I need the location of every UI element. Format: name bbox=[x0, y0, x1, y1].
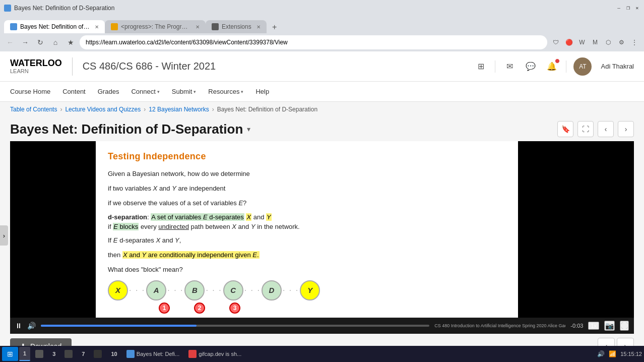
bookmark-button[interactable]: 🔖 bbox=[557, 121, 573, 137]
browser-chrome: Bayes Net: Definition of D-Separation ─ … bbox=[0, 0, 644, 51]
browser-ext-icon1[interactable]: W bbox=[576, 37, 588, 48]
nav-resources[interactable]: Resources ▾ bbox=[208, 88, 243, 95]
slide-paragraph-1: Given a Bayesian network, how do we dete… bbox=[108, 169, 506, 179]
logo-learn: LEARN bbox=[10, 68, 62, 74]
forward-button[interactable]: → bbox=[19, 36, 31, 48]
close-button[interactable]: ✕ bbox=[634, 5, 640, 11]
fullscreen-video-button[interactable]: ⛶ bbox=[620, 321, 629, 331]
video-progress-bar[interactable] bbox=[41, 325, 429, 327]
breadcrumb-item-3[interactable]: 12 Bayesian Networks bbox=[149, 106, 209, 113]
diagram-nodes-row: X · · · A · · · B · · · C · · · D · · · … bbox=[108, 280, 506, 300]
dot-1: · · · bbox=[129, 286, 145, 295]
address-input[interactable] bbox=[80, 35, 547, 49]
volume-button[interactable]: 🔊 bbox=[27, 322, 36, 330]
nav-connect[interactable]: Connect ▾ bbox=[131, 88, 159, 95]
slide-paragraph-2: if two variables X and Y are independent bbox=[108, 184, 506, 194]
taskbar-gifcap-label: gifcap.dev is sh... bbox=[199, 351, 241, 357]
tab-close-3[interactable]: ✕ bbox=[256, 24, 261, 30]
taskbar-item-7[interactable]: 7 bbox=[78, 347, 89, 361]
page-title-row: Bayes Net: Definition of D-Separation ▾ bbox=[10, 122, 250, 137]
screenshot-button[interactable]: 📷 bbox=[604, 321, 615, 331]
icon-separator-2 bbox=[566, 61, 566, 73]
taskbar-item-3[interactable]: 3 bbox=[48, 347, 59, 361]
nav-course-home[interactable]: Course Home bbox=[10, 88, 50, 95]
node-x: X bbox=[108, 280, 128, 300]
window-controls[interactable]: ─ ❐ ✕ bbox=[616, 5, 640, 11]
prev-slide-button[interactable]: ‹ bbox=[598, 121, 614, 137]
icon-separator bbox=[495, 61, 495, 73]
taskbar-item-4[interactable] bbox=[60, 347, 77, 361]
header-icons: ⊞ ✉ 💬 🔔 AT Adi Thakral bbox=[474, 57, 634, 76]
tab-active[interactable]: Bayes Net: Definition of D-... ✕ bbox=[4, 20, 105, 33]
right-video-panel bbox=[518, 141, 634, 318]
taskbar-browser-item[interactable]: Bayes Net: Defi... bbox=[122, 347, 184, 361]
site-nav: Course Home Content Grades Connect ▾ Sub… bbox=[0, 82, 644, 102]
taskbar-item-1[interactable]: 1 bbox=[19, 347, 30, 361]
video-controls: ⏸ 🔊 CS 480 Introduction to Artificial In… bbox=[10, 318, 634, 334]
site-header: WATERLOO LEARN CS 486/CS 686 - Winter 20… bbox=[0, 51, 644, 82]
browser-ext-icon3[interactable]: ⬡ bbox=[603, 37, 614, 48]
browser-ext-icon2[interactable]: M bbox=[590, 37, 601, 48]
nav-grades[interactable]: Grades bbox=[98, 88, 119, 95]
breadcrumb-item-2[interactable]: Lecture Videos and Quizzes bbox=[65, 106, 141, 113]
fullscreen-button[interactable]: ⛶ bbox=[577, 121, 594, 137]
taskbar-gifcap[interactable]: gifcap.dev is sh... bbox=[184, 347, 245, 361]
num-1: 1 bbox=[159, 303, 170, 314]
bookmark-star-button[interactable]: ★ bbox=[65, 36, 77, 48]
grid-icon[interactable]: ⊞ bbox=[474, 59, 488, 74]
next-slide-button[interactable]: › bbox=[618, 121, 634, 137]
node-d: D bbox=[262, 280, 282, 300]
minimize-button[interactable]: ─ bbox=[616, 5, 622, 11]
dsep-undirected: undirected bbox=[158, 223, 189, 230]
num-2: 2 bbox=[194, 303, 205, 314]
node-b: B bbox=[184, 280, 205, 300]
avatar[interactable]: AT bbox=[573, 57, 592, 76]
dsep-x2: X bbox=[232, 223, 236, 230]
tab-progress[interactable]: <progress>: The Progress Indica... ✕ bbox=[105, 20, 206, 33]
title-dropdown-button[interactable]: ▾ bbox=[247, 125, 250, 133]
taskbar-icon-2 bbox=[35, 350, 43, 358]
resources-dropdown-arrow: ▾ bbox=[241, 89, 243, 94]
taskbar-item-5[interactable] bbox=[90, 347, 106, 361]
tab-extensions[interactable]: Extensions ✕ bbox=[206, 20, 267, 33]
chat-icon[interactable]: 💬 bbox=[524, 59, 538, 74]
notification-icon[interactable]: 🔔 bbox=[545, 59, 559, 74]
taskbar-item-2[interactable] bbox=[31, 347, 47, 361]
dot-3: · · · bbox=[206, 286, 222, 295]
tab-label-3: Extensions bbox=[222, 23, 251, 30]
start-button[interactable]: ⊞ bbox=[2, 347, 18, 361]
block-question: What does "block" mean? bbox=[108, 265, 506, 275]
title-bar: Bayes Net: Definition of D-Separation ─ … bbox=[0, 0, 644, 16]
nav-submit[interactable]: Submit ▾ bbox=[172, 88, 196, 95]
slide-content: Testing Independence Given a Bayesian ne… bbox=[96, 141, 518, 318]
page-title: Bayes Net: Definition of D-Separation bbox=[10, 122, 243, 137]
diagram-nums-row: 1 2 3 bbox=[108, 303, 506, 314]
tab-close-1[interactable]: ✕ bbox=[95, 24, 99, 30]
new-tab-button[interactable]: + bbox=[269, 21, 281, 33]
dsep-y2: Y bbox=[251, 223, 255, 230]
mail-icon[interactable]: ✉ bbox=[502, 59, 517, 74]
cons-then-x: X and Y are conditionally independent gi… bbox=[122, 251, 260, 259]
tab-close-2[interactable]: ✕ bbox=[196, 24, 200, 30]
tab-favicon-1 bbox=[10, 23, 17, 30]
breadcrumb-sep-1: › bbox=[60, 106, 62, 113]
panel-toggle-button[interactable]: › bbox=[0, 225, 8, 246]
restore-button[interactable]: ❐ bbox=[625, 5, 631, 11]
back-button[interactable]: ← bbox=[4, 36, 16, 48]
plugin-icon[interactable]: 🔴 bbox=[563, 37, 574, 48]
nav-content[interactable]: Content bbox=[62, 88, 86, 95]
browser-ext-icon4[interactable]: ⚙ bbox=[616, 37, 627, 48]
refresh-button[interactable]: ↻ bbox=[34, 36, 46, 48]
logo: WATERLOO LEARN bbox=[10, 58, 62, 75]
speed-button[interactable]: 1x bbox=[588, 322, 599, 330]
home-button[interactable]: ⌂ bbox=[49, 36, 61, 48]
dsep-x: X bbox=[246, 213, 251, 221]
breadcrumb-item-1[interactable]: Table of Contents bbox=[10, 106, 57, 113]
shield-icon[interactable]: 🛡 bbox=[550, 37, 561, 48]
play-pause-button[interactable]: ⏸ bbox=[15, 322, 22, 330]
nav-help[interactable]: Help bbox=[255, 88, 269, 95]
more-menu-button[interactable]: ⋮ bbox=[629, 37, 640, 48]
taskbar-item-10[interactable]: 10 bbox=[107, 347, 121, 361]
taskbar-speaker-icon[interactable]: 🔊 bbox=[597, 350, 605, 357]
taskbar-network-icon[interactable]: 📶 bbox=[609, 350, 616, 357]
